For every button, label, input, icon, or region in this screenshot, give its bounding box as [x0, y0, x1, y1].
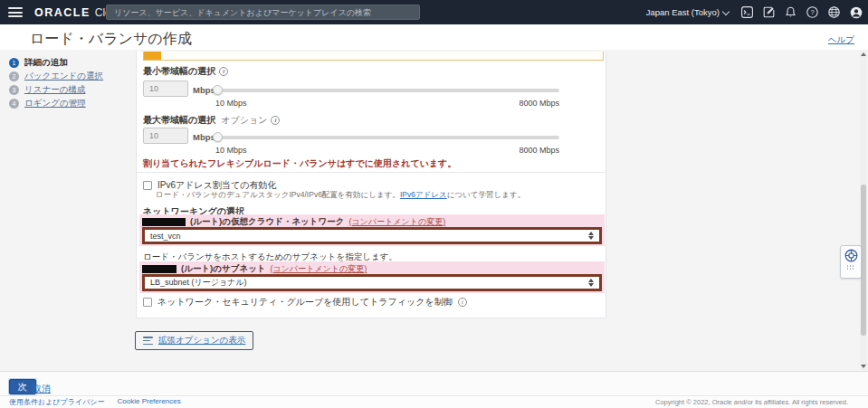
scale-max: 8000 Mbps — [519, 99, 559, 108]
hamburger-icon[interactable] — [8, 7, 23, 17]
info-icon[interactable] — [219, 67, 228, 76]
subnet-field-group: (ルート)のサブネット (コンパートメントの変更) LB_subnet (リージ… — [139, 261, 605, 293]
topbar: ORACLE Cloud Japan East (Tokyo) ? — [0, 0, 868, 24]
language-icon[interactable] — [827, 5, 841, 19]
step-number: 2 — [9, 71, 19, 81]
life-ring-icon — [844, 249, 858, 262]
ipv6-learn-link[interactable]: IPv6アドレス — [400, 190, 447, 199]
action-strip — [0, 372, 868, 395]
step-label: ロギングの管理 — [24, 98, 86, 109]
ipv6-description: ロード・バランサのデュアルスタックIPv4/IPv6配置を有効にします。IPv6… — [156, 190, 525, 201]
search-input[interactable] — [106, 5, 420, 20]
cancel-link[interactable]: 取消 — [33, 383, 51, 395]
subnet-selected-value: LB_subnet (リージョナル) — [150, 277, 247, 289]
region-selector[interactable]: Japan East (Tokyo) — [646, 7, 729, 17]
scroll-down-arrow-icon[interactable] — [860, 363, 867, 370]
logo-oracle-text: ORACLE — [34, 6, 91, 19]
step-label: リスナーの構成 — [24, 84, 85, 96]
vcn-select[interactable]: test_vcn — [142, 227, 602, 244]
notifications-icon[interactable] — [784, 5, 797, 19]
scroll-up-arrow-icon[interactable] — [860, 51, 867, 58]
terms-privacy-link[interactable]: 使用条件およびプライバシー — [9, 397, 105, 407]
oci-console-screen: ORACLE Cloud Japan East (Tokyo) ? — [0, 0, 868, 408]
wizard-steps: 1 詳細の追加 2 バックエンドの選択 3 リスナーの構成 4 ロギングの管理 — [9, 58, 131, 112]
nsg-checkbox[interactable] — [143, 298, 152, 307]
scale-min: 10 Mbps — [215, 99, 247, 108]
cookie-preferences-link[interactable]: Cookie Preferences — [118, 397, 181, 407]
info-icon[interactable] — [458, 298, 467, 307]
select-chevrons-icon — [588, 279, 594, 287]
scale-min: 10 Mbps — [215, 146, 247, 155]
footer: 使用条件およびプライバシー Cookie Preferences Copyrig… — [0, 395, 868, 408]
step-backends[interactable]: 2 バックエンドの選択 — [9, 71, 131, 81]
ipv6-desc-post: について学習します。 — [447, 190, 525, 199]
scale-max: 8000 Mbps — [519, 146, 559, 155]
nsg-label: ネットワーク・セキュリティ・グループを使用してトラフィックを制御 — [157, 296, 453, 308]
drag-handle-icon — [847, 265, 855, 270]
flexible-lb-error: 割り当てられたフレキシブルロード・バランサはすでに使用されています。 — [143, 157, 456, 170]
help-link[interactable]: ヘルプ — [828, 34, 854, 46]
select-chevrons-icon — [588, 232, 594, 240]
cloud-shell-icon[interactable] — [740, 5, 754, 19]
max-bandwidth-slider-track[interactable] — [215, 136, 559, 139]
step-label: バックエンドの選択 — [24, 71, 103, 82]
max-bandwidth-scale: 10 Mbps 8000 Mbps — [215, 146, 559, 155]
step-details[interactable]: 1 詳細の追加 — [9, 58, 131, 68]
shape-selector-cutoff[interactable] — [143, 52, 604, 61]
show-advanced-options-button[interactable]: 拡張オプションの表示 — [135, 331, 253, 350]
optional-tag: オプション — [221, 114, 267, 127]
ipv6-checkbox[interactable] — [143, 181, 152, 190]
redacted-compartment-name — [142, 218, 186, 226]
page-header: ロード・バランサの作成 ヘルプ — [0, 24, 868, 50]
subnet-select[interactable]: LB_subnet (リージョナル) — [142, 274, 602, 291]
max-bandwidth-label: 最大帯域幅の選択 — [143, 114, 215, 127]
vertical-scrollbar[interactable] — [860, 51, 867, 370]
topbar-right: Japan East (Tokyo) ? — [646, 0, 863, 24]
shape-selector-fill — [144, 52, 161, 60]
min-bandwidth-label-row: 最小帯域幅の選択 — [143, 65, 228, 78]
nsg-checkbox-row: ネットワーク・セキュリティ・グループを使用してトラフィックを制御 — [143, 296, 467, 308]
min-bandwidth-label: 最小帯域幅の選択 — [143, 65, 215, 78]
ipv6-desc-pre: ロード・バランサのデュアルスタックIPv4/IPv6配置を有効にします。 — [156, 190, 400, 199]
options-icon — [143, 337, 153, 345]
min-bandwidth-slider-track[interactable] — [215, 89, 559, 92]
max-bandwidth-label-row: 最大帯域幅の選択 オプション — [143, 114, 280, 127]
step-label: 詳細の追加 — [24, 57, 68, 69]
step-listener[interactable]: 3 リスナーの構成 — [9, 85, 131, 95]
section-divider — [137, 172, 606, 173]
step-number: 4 — [9, 99, 19, 109]
advanced-options-label: 拡張オプションの表示 — [158, 335, 245, 346]
svg-text:?: ? — [810, 8, 814, 16]
vcn-field-group: (ルート)の仮想クラウド・ネットワーク (コンパートメントの変更) test_v… — [139, 214, 605, 246]
support-chat-launcher[interactable] — [840, 245, 862, 279]
help-icon[interactable]: ? — [806, 5, 819, 19]
info-icon[interactable] — [271, 116, 280, 125]
step-number: 3 — [9, 85, 19, 95]
min-bandwidth-scale: 10 Mbps 8000 Mbps — [215, 99, 559, 108]
announcements-icon[interactable] — [762, 5, 776, 19]
step-number: 1 — [9, 58, 19, 68]
max-bandwidth-slider-handle[interactable] — [213, 132, 223, 142]
redacted-compartment-name — [142, 265, 176, 273]
form-card: 最小帯域幅の選択 Mbps 10 Mbps 8000 Mbps 最大帯域幅の選択… — [136, 52, 606, 318]
min-bandwidth-input[interactable] — [143, 81, 188, 97]
max-bandwidth-input[interactable] — [143, 128, 188, 144]
step-logging[interactable]: 4 ロギングの管理 — [9, 99, 131, 109]
profile-icon[interactable] — [849, 5, 863, 19]
copyright-text: Copyright © 2022, Oracle and/or its affi… — [655, 398, 848, 406]
page-title: ロード・バランサの作成 — [30, 30, 192, 49]
vcn-selected-value: test_vcn — [150, 232, 181, 241]
min-bandwidth-slider-handle[interactable] — [213, 85, 223, 95]
